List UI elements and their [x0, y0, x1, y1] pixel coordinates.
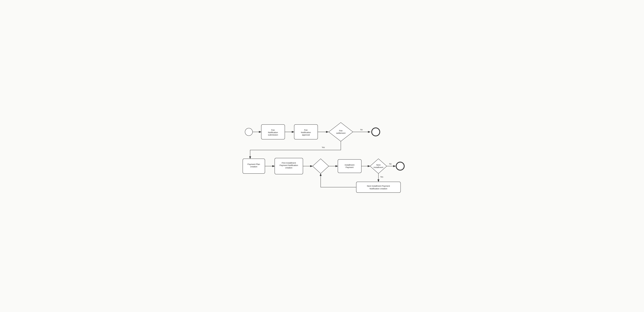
label-no-top: No: [360, 129, 363, 131]
end-circle-top: [372, 128, 380, 136]
fee-settlement-text1: Fee: [339, 129, 342, 132]
payment-plan-text1: Payment Plan: [248, 163, 260, 165]
first-installment-text2: Payment Notification: [280, 164, 298, 166]
fee-notification-approval-text1: Fee: [304, 129, 308, 131]
fee-settlement-text2: settlement: [336, 132, 346, 134]
arrow-notification-back: [321, 174, 356, 187]
installment-payment-text1: Installment: [345, 164, 354, 166]
next-installment-notification-text2: Notification creation: [370, 187, 387, 190]
fee-notification-submission-text: Fee: [271, 129, 275, 131]
label-yes-bottom: Yes: [380, 176, 383, 178]
label-yes-top: Yes: [322, 146, 325, 148]
fee-notification-submission-text3: submission: [268, 134, 278, 136]
installment-payment-text2: Payment: [346, 166, 354, 168]
payment-plan-text2: creation: [250, 165, 257, 168]
start-circle-top: [245, 128, 252, 136]
first-installment-text1: First Installment: [282, 162, 296, 164]
flowchart-diagram: Fee Notification submission Fee Notifica…: [242, 117, 402, 195]
next-installment-notification-box: [356, 182, 400, 193]
fee-notification-submission-text2: Notification: [268, 131, 278, 133]
fee-notification-approval-text3: approval: [302, 134, 310, 136]
end-circle-bottom: [396, 162, 404, 170]
first-installment-text3: creation: [285, 166, 292, 169]
label-no-bottom: No: [389, 163, 392, 165]
next-installment-text2: Installment: [374, 166, 384, 168]
mid-diamond: [312, 159, 329, 174]
arrow-yes-path: [250, 141, 341, 159]
next-installment-notification-text1: Next Installment Payment: [367, 185, 390, 187]
next-installment-text1: Next: [376, 164, 381, 166]
fee-notification-approval-text2: Notification: [301, 131, 311, 133]
